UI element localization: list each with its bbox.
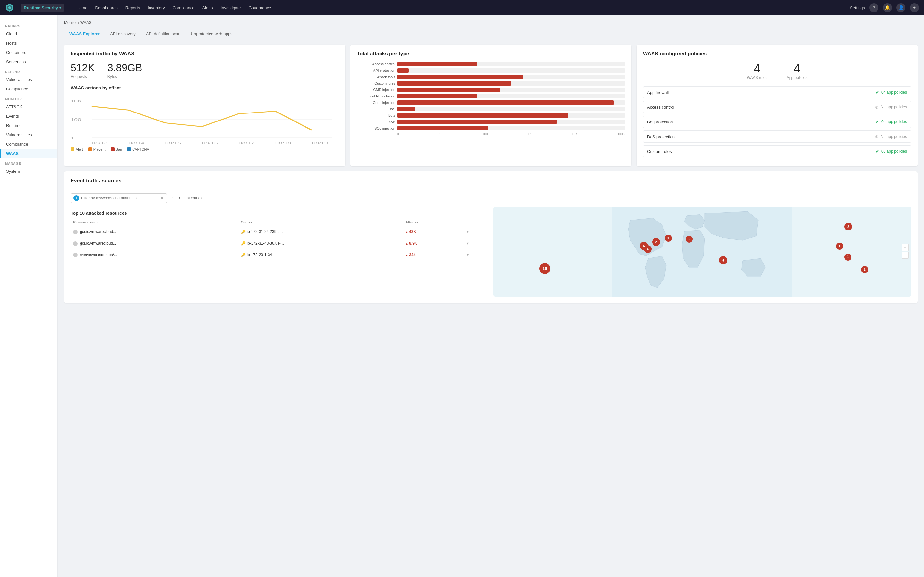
filter-clear-icon[interactable]: ✕ bbox=[160, 195, 164, 201]
svg-text:08/16: 08/16 bbox=[202, 141, 218, 145]
map-bubble-1a[interactable]: 1 bbox=[665, 235, 672, 242]
policy-row-bot-protection[interactable]: Bot protection ✔ 04 app policies bbox=[643, 116, 911, 128]
waas-rules-value: 4 bbox=[747, 62, 767, 75]
nav-inventory[interactable]: Inventory bbox=[144, 3, 168, 12]
brand-dropdown[interactable]: Runtime Security ▾ bbox=[21, 4, 64, 11]
filter-input[interactable] bbox=[81, 196, 158, 200]
legend-prevent-dot bbox=[88, 147, 92, 151]
map-bubble-1e[interactable]: 1 bbox=[861, 266, 868, 273]
map-bubble-1c[interactable]: 1 bbox=[836, 243, 843, 250]
svg-text:100: 100 bbox=[71, 118, 81, 121]
sidebar-item-runtime[interactable]: Runtime bbox=[0, 121, 57, 130]
tab-api-discovery[interactable]: API discovery bbox=[105, 29, 141, 39]
sidebar-item-containers[interactable]: Containers bbox=[0, 48, 57, 57]
expand-icon-2[interactable]: ▾ bbox=[467, 241, 469, 245]
legend-ban-dot bbox=[111, 147, 115, 151]
nav-reports[interactable]: Reports bbox=[122, 3, 144, 12]
resource-name-1: gcr.io/vmwarecloud... bbox=[71, 226, 238, 238]
total-attacks-card: Total attacks per type Access control AP… bbox=[351, 45, 632, 166]
nav-investigate[interactable]: Investigate bbox=[218, 3, 244, 12]
app-switcher-icon[interactable]: ✦ bbox=[910, 3, 919, 12]
nav-dashboards[interactable]: Dashboards bbox=[92, 3, 121, 12]
bar-row-attack-tools: Attack tools bbox=[357, 75, 625, 79]
sidebar-item-events[interactable]: Events bbox=[0, 111, 57, 121]
svg-text:10K: 10K bbox=[71, 99, 82, 103]
main-content: Monitor / WAAS WAAS Explorer API discove… bbox=[58, 15, 924, 577]
bytes-label: Bytes bbox=[107, 74, 142, 79]
bar-fill-sql bbox=[397, 126, 488, 131]
nav-home[interactable]: Home bbox=[73, 3, 91, 12]
traffic-stats: 512K Requests 3.89GB Bytes bbox=[71, 62, 339, 79]
policy-row-custom-rules[interactable]: Custom rules ✔ 03 app policies bbox=[643, 145, 911, 157]
bar-label-xss: XSS bbox=[357, 120, 395, 124]
policy-name-access-control: Access control bbox=[647, 105, 674, 110]
bar-fill-api-protection bbox=[397, 68, 409, 73]
settings-link[interactable]: Settings bbox=[850, 5, 865, 10]
map-bubble-1b[interactable]: 1 bbox=[686, 235, 693, 243]
x-icon-access-control: ⊗ bbox=[875, 105, 879, 110]
nav-compliance[interactable]: Compliance bbox=[170, 3, 198, 12]
policy-status-access-control: ⊗ No app policies bbox=[875, 105, 907, 110]
policy-status-app-firewall: ✔ 04 app policies bbox=[876, 90, 907, 95]
requests-label: Requests bbox=[71, 74, 95, 79]
tab-api-definition-scan[interactable]: API definition scan bbox=[141, 29, 186, 39]
logo[interactable] bbox=[5, 3, 14, 12]
geo-map: 16 6 2 1 4 2 1 6 1 1 1 + − bbox=[493, 207, 911, 297]
brand-label: Runtime Security bbox=[24, 5, 58, 10]
sidebar-item-serverless[interactable]: Serverless bbox=[0, 57, 57, 66]
filter-input-wrap[interactable]: T ✕ bbox=[71, 193, 167, 203]
sidebar-item-monitor-vulnerabilities[interactable]: Vulnerabilities bbox=[0, 130, 57, 139]
radars-section-label: RADARS bbox=[0, 21, 57, 29]
map-bubble-2b[interactable]: 2 bbox=[845, 223, 852, 230]
requests-value: 512K bbox=[71, 62, 95, 74]
expand-icon-1[interactable]: ▾ bbox=[467, 229, 469, 234]
policy-row-access-control[interactable]: Access control ⊗ No app policies bbox=[643, 101, 911, 113]
bar-fill-bots bbox=[397, 113, 568, 118]
table-row[interactable]: gcr.io/vmwarecloud... 🔑 ip-172-31-43-36.… bbox=[71, 237, 488, 249]
tab-waas-explorer[interactable]: WAAS Explorer bbox=[64, 29, 105, 39]
key-icon-3: 🔑 bbox=[241, 253, 246, 257]
sidebar-item-attck[interactable]: ATT&CK bbox=[0, 102, 57, 111]
table-subtitle: Top 10 attacked resources bbox=[71, 211, 488, 216]
sidebar-item-monitor-compliance[interactable]: Compliance bbox=[0, 139, 57, 149]
bar-label-code-injection: Code injection bbox=[357, 101, 395, 105]
bar-track-dos bbox=[397, 107, 625, 111]
map-bubble-2[interactable]: 2 bbox=[652, 238, 660, 246]
expand-icon-3[interactable]: ▾ bbox=[467, 253, 469, 257]
sidebar-item-waas[interactable]: WAAS bbox=[0, 149, 57, 158]
app-policies-stat: 4 App policies bbox=[787, 62, 808, 80]
help-icon[interactable]: ? bbox=[869, 3, 879, 12]
map-bubble-4[interactable]: 4 bbox=[644, 245, 652, 253]
sidebar-item-vulnerabilities[interactable]: Vulnerabilities bbox=[0, 75, 57, 84]
sidebar-item-cloud[interactable]: Cloud bbox=[0, 29, 57, 39]
legend-prevent-label: Prevent bbox=[94, 147, 105, 151]
user-avatar[interactable]: 👤 bbox=[897, 3, 905, 12]
bar-track-access-control bbox=[397, 62, 625, 66]
breadcrumb-current: WAAS bbox=[80, 21, 91, 25]
bar-track-custom-rules bbox=[397, 81, 625, 85]
map-bubble-6b[interactable]: 6 bbox=[719, 256, 727, 264]
requests-stat: 512K Requests bbox=[71, 62, 95, 79]
attack-count-1: 42K bbox=[403, 226, 464, 238]
sidebar-item-system[interactable]: System bbox=[0, 167, 57, 176]
policy-row-app-firewall[interactable]: App firewall ✔ 04 app policies bbox=[643, 86, 911, 98]
tab-unprotected-web-apps[interactable]: Unprotected web apps bbox=[186, 29, 238, 39]
nav-alerts[interactable]: Alerts bbox=[199, 3, 216, 12]
table-row[interactable]: weaveworksdemos/... 🔑 ip-172-20-1-34 244… bbox=[71, 249, 488, 260]
table-row[interactable]: gcr.io/vmwarecloud... 🔑 ip-172-31-24-239… bbox=[71, 226, 488, 238]
monitor-section-label: MONITOR bbox=[0, 93, 57, 102]
bar-track-xss bbox=[397, 119, 625, 124]
map-zoom-in[interactable]: + bbox=[901, 244, 909, 251]
main-layout: RADARS Cloud Hosts Containers Serverless… bbox=[0, 15, 924, 577]
nav-governance[interactable]: Governance bbox=[246, 3, 275, 12]
event-header: Event traffic sources bbox=[71, 178, 911, 189]
policy-row-dos-protection[interactable]: DoS protection ⊗ No app policies bbox=[643, 131, 911, 143]
filter-help-icon[interactable]: ? bbox=[171, 195, 173, 201]
sidebar-item-compliance[interactable]: Compliance bbox=[0, 84, 57, 93]
event-traffic-title: Event traffic sources bbox=[71, 178, 121, 184]
map-zoom-out[interactable]: − bbox=[901, 251, 909, 259]
notifications-icon[interactable]: 🔔 bbox=[883, 3, 892, 12]
sidebar-item-hosts[interactable]: Hosts bbox=[0, 39, 57, 48]
map-bubble-1d[interactable]: 1 bbox=[845, 253, 851, 261]
attacks-bar-chart: Access control API protection Attack too… bbox=[357, 62, 625, 136]
